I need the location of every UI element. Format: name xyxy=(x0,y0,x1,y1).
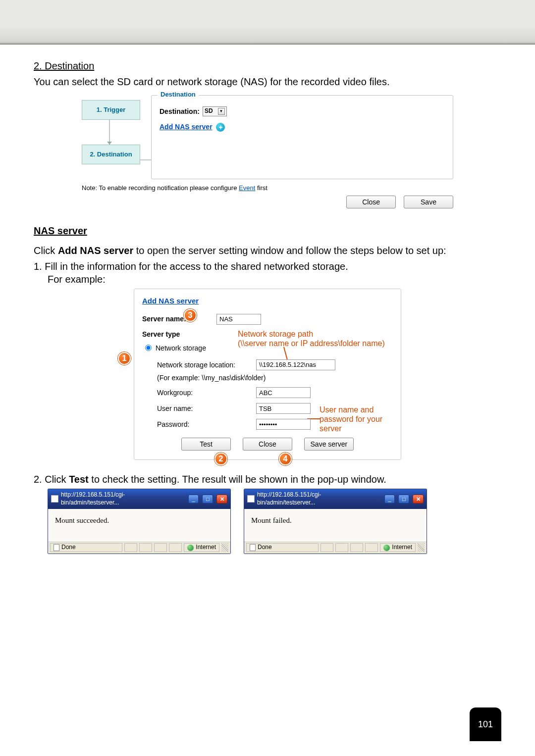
status-done: Done xyxy=(61,544,76,552)
server-type-label: Server type xyxy=(142,330,212,339)
wizard-steps: 1. Trigger 2. Destination xyxy=(82,100,146,164)
page-header-band xyxy=(0,0,535,45)
nas-intro: Click Add NAS server to open the server … xyxy=(34,244,501,257)
popup-body-success: Mount succeeded. xyxy=(48,509,230,542)
window-close-button[interactable]: ✕ xyxy=(413,495,424,504)
test-button[interactable]: Test xyxy=(181,438,231,451)
ie-icon xyxy=(247,495,255,503)
event-link[interactable]: Event xyxy=(239,184,255,192)
popup-body-fail: Mount failed. xyxy=(244,509,427,542)
globe-icon xyxy=(383,545,390,551)
nas-example-label: For example: xyxy=(48,273,501,286)
popup-fail: http://192.168.5.151/cgi-bin/admin/tests… xyxy=(244,489,427,554)
branch-line-icon xyxy=(140,159,151,160)
status-done: Done xyxy=(258,544,272,552)
callout-bubble-3: 3 xyxy=(184,309,197,322)
server-name-input[interactable] xyxy=(216,314,261,325)
nas-heading: NAS server xyxy=(34,224,501,237)
fieldset-legend: Destination xyxy=(158,91,199,99)
add-nas-figure: 1 Network storage path (\\server name or… xyxy=(134,289,401,460)
note-suffix: first xyxy=(255,184,268,192)
nas-close-button[interactable]: Close xyxy=(243,438,292,451)
status-internet: Internet xyxy=(196,544,216,552)
network-storage-label: Network storage xyxy=(156,344,206,353)
window-close-button[interactable]: ✕ xyxy=(216,495,227,504)
destination-config-figure: 1. Trigger 2. Destination Destination De… xyxy=(82,95,453,208)
status-bar: Done Internet xyxy=(48,542,230,554)
callout-bubble-1: 1 xyxy=(118,352,131,365)
status-internet: Internet xyxy=(392,544,412,552)
nas-intro-prefix: Click xyxy=(34,245,58,256)
popup-titlebar: http://192.168.5.151/cgi-bin/admin/tests… xyxy=(244,489,427,508)
page-icon xyxy=(250,544,256,551)
page-icon xyxy=(54,544,59,551)
location-input[interactable] xyxy=(256,359,335,370)
step-destination[interactable]: 2. Destination xyxy=(82,145,140,164)
popup-url: http://192.168.5.151/cgi-bin/admin/tests… xyxy=(61,491,182,506)
test-instruction: 2. Click Test to check the setting. The … xyxy=(34,473,501,486)
add-nas-title[interactable]: Add NAS server xyxy=(142,297,199,305)
dropdown-arrow-icon: ▼ xyxy=(218,108,225,115)
destination-select[interactable]: SD ▼ xyxy=(203,106,227,116)
nas-step1: 1. Fill in the information for the acces… xyxy=(34,260,501,273)
popup-titlebar: http://192.168.5.151/cgi-bin/admin/tests… xyxy=(48,489,230,508)
username-label: User name: xyxy=(157,404,251,413)
add-nas-panel: Add NAS server 3 Server name: Server typ… xyxy=(134,289,401,460)
callout-bubble-4: 4 xyxy=(279,453,292,465)
popup-url: http://192.168.5.151/cgi-bin/admin/tests… xyxy=(257,491,378,506)
nas-intro-bold: Add NAS server xyxy=(58,245,133,256)
location-label: Network storage location: xyxy=(157,360,251,369)
status-bar: Done Internet xyxy=(244,542,427,554)
destination-fieldset: Destination Destination: SD ▼ Add NAS se… xyxy=(151,95,453,179)
note-prefix: Note: To enable recording notification p… xyxy=(82,184,239,192)
password-label: Password: xyxy=(157,420,251,429)
destination-label: Destination: xyxy=(160,107,200,116)
nas-intro-suffix: to open the server setting window and fo… xyxy=(133,245,446,256)
minimize-button[interactable]: _ xyxy=(188,495,199,504)
destination-select-value: SD xyxy=(205,107,213,115)
ie-icon xyxy=(51,495,58,503)
minimize-button[interactable]: _ xyxy=(384,495,395,504)
intro-paragraph: You can select the SD card or network st… xyxy=(34,75,501,88)
section-heading: 2. Destination xyxy=(34,59,501,72)
location-example: (For example: \\my_nas\disk\folder) xyxy=(157,373,393,382)
maximize-button[interactable]: □ xyxy=(398,495,409,504)
page-content: 2. Destination You can select the SD car… xyxy=(0,45,535,554)
password-input[interactable] xyxy=(256,419,311,430)
close-button[interactable]: Close xyxy=(346,196,396,208)
plus-icon[interactable]: + xyxy=(216,123,225,132)
resize-grip-icon[interactable] xyxy=(221,543,228,552)
page-number: 101 xyxy=(470,707,501,741)
save-server-button[interactable]: Save server xyxy=(304,438,354,451)
popup-success: http://192.168.5.151/cgi-bin/admin/tests… xyxy=(48,489,231,554)
callout-bubble-2: 2 xyxy=(214,453,227,465)
step-connector-icon xyxy=(109,120,112,145)
username-input[interactable] xyxy=(256,403,311,414)
test-result-popups: http://192.168.5.151/cgi-bin/admin/tests… xyxy=(48,489,501,554)
step-trigger[interactable]: 1. Trigger xyxy=(82,100,140,120)
server-name-label: Server name: xyxy=(142,314,212,323)
test-prefix: 2. Click xyxy=(34,474,69,485)
maximize-button[interactable]: □ xyxy=(202,495,213,504)
globe-icon xyxy=(187,545,194,551)
add-nas-link[interactable]: Add NAS server xyxy=(160,123,213,131)
note-text: Note: To enable recording notification p… xyxy=(82,184,453,193)
workgroup-input[interactable] xyxy=(256,387,311,398)
resize-grip-icon[interactable] xyxy=(418,543,425,552)
test-bold: Test xyxy=(69,474,89,485)
workgroup-label: Workgroup: xyxy=(157,388,251,397)
save-button[interactable]: Save xyxy=(404,196,453,208)
network-storage-radio[interactable] xyxy=(145,345,152,351)
test-suffix: to check the setting. The result will be… xyxy=(89,474,386,485)
